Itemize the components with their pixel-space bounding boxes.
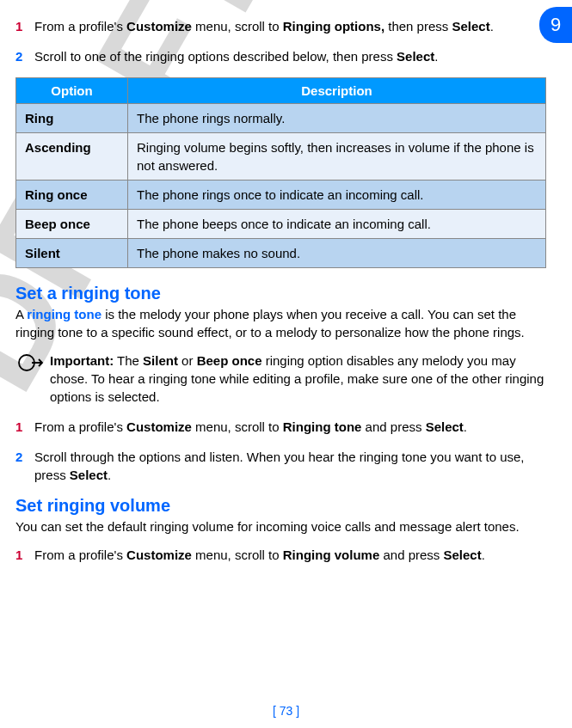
- text-bold: Customize: [126, 419, 192, 434]
- step-1c: 1 From a profile's Customize menu, scrol…: [15, 546, 546, 564]
- important-label: Important:: [50, 353, 114, 368]
- step-number: 1: [15, 546, 28, 564]
- text-bold: Silent: [143, 353, 178, 368]
- text-fragment: A: [15, 307, 27, 321]
- step-text: From a profile's Customize menu, scroll …: [34, 418, 546, 436]
- text-fragment: and press: [361, 419, 425, 434]
- table-row: Ring once The phone rings once to indica…: [16, 180, 546, 210]
- table-cell-option: Ring: [16, 104, 128, 133]
- step-1b: 1 From a profile's Customize menu, scrol…: [15, 418, 546, 436]
- table-row: Ascending Ringing volume begins softly, …: [16, 133, 546, 180]
- text-bold: Customize: [126, 19, 192, 34]
- text-fragment: or: [178, 353, 197, 368]
- step-2a: 2 Scroll to one of the ringing options d…: [15, 47, 546, 65]
- text-fragment: menu, scroll to: [192, 419, 283, 434]
- heading-set-ringing-tone: Set a ringing tone: [15, 284, 546, 303]
- text-bold: Customize: [126, 548, 192, 562]
- page-number: [ 73 ]: [273, 704, 299, 718]
- text-fragment: .: [482, 548, 485, 562]
- table-cell-description: The phone rings once to indicate an inco…: [128, 180, 546, 210]
- table-cell-description: The phone rings normally.: [128, 104, 546, 133]
- table-row: Silent The phone makes no sound.: [16, 239, 546, 268]
- step-number: 2: [15, 448, 28, 484]
- text-bold: Select: [444, 548, 482, 562]
- important-icon: [15, 352, 46, 406]
- step-text: From a profile's Customize menu, scroll …: [34, 546, 546, 564]
- paragraph-ringing-volume: You can set the default ringing volume f…: [15, 517, 546, 535]
- table-cell-option: Ascending: [16, 133, 128, 180]
- table-cell-description: The phone beeps once to indicate an inco…: [128, 210, 546, 239]
- text-fragment: and press: [379, 548, 443, 562]
- important-text: Important: The Silent or Beep once ringi…: [46, 352, 546, 406]
- step-number: 2: [15, 47, 28, 65]
- step-1a: 1 From a profile's Customize menu, scrol…: [15, 17, 546, 35]
- table-cell-option: Silent: [16, 239, 128, 268]
- text-bold: Beep once: [197, 353, 262, 368]
- text-fragment: .: [108, 468, 111, 482]
- text-bold: Select: [426, 419, 464, 434]
- ringing-options-table: Option Description Ring The phone rings …: [15, 77, 546, 268]
- text-bold: Ringing tone: [283, 419, 362, 434]
- page-content: 1 From a profile's Customize menu, scrol…: [15, 17, 546, 564]
- text-fragment: From a profile's: [34, 548, 126, 562]
- table-cell-description: Ringing volume begins softly, then incre…: [128, 133, 546, 180]
- text-fragment: From a profile's: [34, 19, 126, 34]
- step-text: Scroll through the options and listen. W…: [34, 448, 546, 484]
- table-header-row: Option Description: [16, 78, 546, 104]
- text-bold: Select: [70, 468, 108, 482]
- text-fragment: then press: [384, 19, 452, 34]
- table-header-option: Option: [16, 78, 128, 104]
- heading-set-ringing-volume: Set ringing volume: [15, 496, 546, 516]
- step-text: Scroll to one of the ringing options des…: [34, 47, 546, 65]
- text-fragment: The: [114, 353, 143, 368]
- table-cell-option: Ring once: [16, 180, 128, 210]
- step-2b: 2 Scroll through the options and listen.…: [15, 448, 546, 484]
- table-header-description: Description: [128, 78, 546, 104]
- table-cell-option: Beep once: [16, 210, 128, 239]
- text-fragment: .: [464, 419, 467, 434]
- table-cell-description: The phone makes no sound.: [128, 239, 546, 268]
- important-note: Important: The Silent or Beep once ringi…: [15, 352, 546, 406]
- table-row: Ring The phone rings normally.: [16, 104, 546, 133]
- text-bold: Ringing volume: [283, 548, 380, 562]
- text-fragment: menu, scroll to: [192, 548, 283, 562]
- text-bold: Select: [397, 49, 434, 64]
- text-fragment: menu, scroll to: [192, 19, 283, 34]
- text-fragment: .: [434, 49, 438, 64]
- step-number: 1: [15, 418, 28, 436]
- paragraph-ringing-tone: A ringing tone is the melody your phone …: [15, 305, 546, 341]
- step-number: 1: [15, 17, 28, 35]
- text-fragment: .: [490, 19, 494, 34]
- text-fragment: From a profile's: [34, 419, 126, 434]
- table-row: Beep once The phone beeps once to indica…: [16, 210, 546, 239]
- text-fragment: Scroll to one of the ringing options des…: [34, 49, 397, 64]
- text-bold: Select: [452, 19, 489, 34]
- term-ringing-tone: ringing tone: [27, 307, 101, 321]
- text-bold: Ringing options,: [283, 19, 384, 34]
- step-text: From a profile's Customize menu, scroll …: [34, 17, 546, 35]
